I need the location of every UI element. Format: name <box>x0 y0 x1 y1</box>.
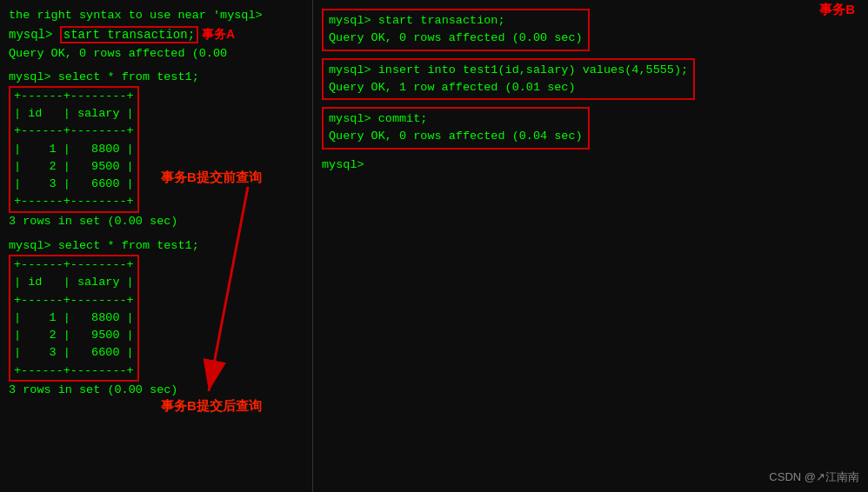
annotation-after-commit: 事务B提交后查询 <box>161 398 262 415</box>
error-line: the right syntax to use near 'mysql> <box>9 7 304 24</box>
right-start-transaction-cmd: mysql> start transaction; <box>329 12 583 30</box>
select-cmd-1: mysql> select * from test1; <box>9 69 304 86</box>
right-commit-cmd: mysql> commit; <box>329 110 583 128</box>
cmd-start-transaction-a: start transaction; <box>60 26 198 43</box>
right-insert-output: Query OK, 1 row affected (0.01 sec) <box>329 79 688 96</box>
right-final-prompt: mysql> <box>322 156 859 174</box>
table-before-commit: +------+--------+ | id | salary | +-----… <box>9 86 139 213</box>
label-transaction-b: 事务B <box>819 2 855 18</box>
watermark: CSDN @↗江南南 <box>769 469 859 485</box>
output-ta-start: Query OK, 0 rows affected (0.00 <box>9 45 304 63</box>
right-block-commit: mysql> commit; Query OK, 0 rows affected… <box>322 107 590 150</box>
right-start-transaction-output: Query OK, 0 rows affected (0.00 sec) <box>329 30 583 47</box>
right-panel: 事务B mysql> start transaction; Query OK, … <box>313 0 868 492</box>
transaction-a-start: mysql> start transaction;事务A <box>9 26 231 43</box>
output-select-2: 3 rows in set (0.00 sec) <box>9 382 304 399</box>
output-select-1: 3 rows in set (0.00 sec) <box>9 213 304 230</box>
table-after-commit: +------+--------+ | id | salary | +-----… <box>9 255 139 382</box>
prompt-left-1: mysql> <box>9 28 60 42</box>
right-commit-output: Query OK, 0 rows affected (0.04 sec) <box>329 128 583 145</box>
annotation-before-commit: 事务B提交前查询 <box>161 170 262 186</box>
label-transaction-a: 事务A <box>202 27 235 41</box>
right-block-start-transaction: mysql> start transaction; Query OK, 0 ro… <box>322 9 590 51</box>
right-insert-cmd: mysql> insert into test1(id,salary) valu… <box>329 62 688 79</box>
left-panel: the right syntax to use near 'mysql> mys… <box>0 0 313 492</box>
select-cmd-2: mysql> select * from test1; <box>9 237 304 255</box>
right-block-insert: mysql> insert into test1(id,salary) valu… <box>322 58 695 101</box>
